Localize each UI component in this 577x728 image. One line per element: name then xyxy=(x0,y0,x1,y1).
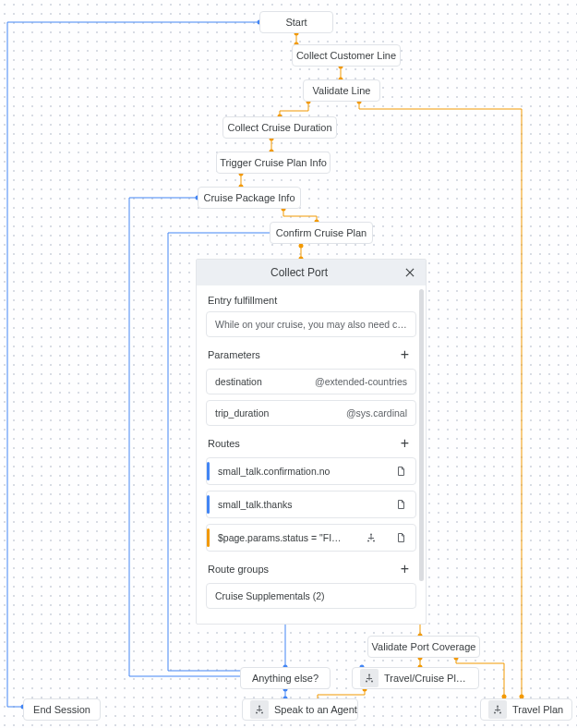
page-icon xyxy=(394,498,407,511)
node-label: Anything else? xyxy=(252,673,319,684)
route-group-row[interactable]: Cruise Supplementals (2) xyxy=(206,583,416,609)
node-label: End Session xyxy=(33,704,90,715)
route-label: small_talk.confirmation.no xyxy=(218,466,330,477)
add-route-group-button[interactable]: + xyxy=(401,561,409,577)
node-start[interactable]: Start xyxy=(259,11,333,33)
section-routes: Routes + xyxy=(208,435,416,452)
section-parameters: Parameters + xyxy=(208,346,416,363)
node-label: Travel/Cruise Plan Opt… xyxy=(384,673,471,684)
node-collect-customer-line[interactable]: Collect Customer Line xyxy=(292,44,401,67)
section-label-text: Route groups xyxy=(208,564,269,575)
node-label: Travel Plan xyxy=(512,704,563,715)
add-route-button[interactable]: + xyxy=(401,435,409,452)
node-label: Collect Cruise Duration xyxy=(227,122,331,133)
node-collect-cruise-duration[interactable]: Collect Cruise Duration xyxy=(222,116,337,139)
scrollbar[interactable] xyxy=(419,289,424,581)
node-validate-port-coverage[interactable]: Validate Port Coverage xyxy=(367,636,480,658)
entry-fulfillment-text: While on your cruise, you may also need … xyxy=(215,319,407,330)
node-end-session[interactable]: End Session xyxy=(23,698,101,721)
section-label-text: Entry fulfillment xyxy=(208,295,277,306)
close-icon[interactable] xyxy=(402,264,418,281)
section-route-groups: Route groups + xyxy=(208,561,416,577)
node-speak-to-agent[interactable]: Speak to an Agent xyxy=(242,698,358,721)
node-travel-cruise-plan-opt[interactable]: Travel/Cruise Plan Opt… xyxy=(352,667,479,689)
route-row[interactable]: $page.params.status = "FINAL" xyxy=(206,524,416,552)
page-detail-panel[interactable]: Collect Port Entry fulfillment While on … xyxy=(196,259,427,625)
parameter-entity: @extended-countries xyxy=(315,376,407,387)
page-icon xyxy=(394,465,407,478)
route-row[interactable]: small_talk.thanks xyxy=(206,491,416,518)
node-trigger-cruise-plan-info[interactable]: Trigger Cruise Plan Info xyxy=(216,152,331,174)
flow-icon xyxy=(488,700,507,719)
flow-icon xyxy=(360,669,379,687)
node-anything-else[interactable]: Anything else? xyxy=(240,667,331,689)
parameter-entity: @sys.cardinal xyxy=(346,407,407,419)
node-label: Trigger Cruise Plan Info xyxy=(220,157,327,168)
flow-icon xyxy=(250,700,269,719)
section-label-text: Routes xyxy=(208,438,240,449)
route-label: small_talk.thanks xyxy=(218,499,293,510)
node-label: Cruise Package Info xyxy=(203,192,295,203)
node-confirm-cruise-plan[interactable]: Confirm Cruise Plan xyxy=(270,222,373,244)
entry-fulfillment-card[interactable]: While on your cruise, you may also need … xyxy=(206,311,416,337)
section-label-text: Parameters xyxy=(208,349,260,360)
node-label: Validate Line xyxy=(313,85,371,96)
parameter-name: destination xyxy=(215,376,262,387)
parameter-name: trip_duration xyxy=(215,407,269,419)
route-color-bar xyxy=(207,528,210,547)
route-row[interactable]: small_talk.confirmation.no xyxy=(206,457,416,485)
parameter-row[interactable]: trip_duration @sys.cardinal xyxy=(206,400,416,426)
route-group-label: Cruise Supplementals (2) xyxy=(215,590,324,601)
panel-header: Collect Port xyxy=(197,260,426,285)
node-label: Validate Port Coverage xyxy=(372,641,476,652)
page-icon xyxy=(394,531,407,544)
node-validate-line[interactable]: Validate Line xyxy=(303,79,380,102)
node-label: Speak to an Agent xyxy=(274,704,357,715)
panel-title: Collect Port xyxy=(197,266,402,279)
route-label: $page.params.status = "FINAL" xyxy=(218,532,347,543)
node-label: Start xyxy=(285,17,307,28)
add-parameter-button[interactable]: + xyxy=(401,346,409,363)
node-label: Collect Customer Line xyxy=(296,50,396,61)
node-travel-plan[interactable]: Travel Plan xyxy=(480,698,572,721)
panel-body: Entry fulfillment While on your cruise, … xyxy=(197,285,426,624)
branch-icon xyxy=(365,531,378,544)
route-color-bar xyxy=(207,462,210,480)
node-label: Confirm Cruise Plan xyxy=(276,227,367,238)
parameter-row[interactable]: destination @extended-countries xyxy=(206,369,416,394)
route-color-bar xyxy=(207,495,210,514)
node-cruise-package-info[interactable]: Cruise Package Info xyxy=(198,187,301,209)
section-entry-fulfillment: Entry fulfillment xyxy=(208,295,416,306)
